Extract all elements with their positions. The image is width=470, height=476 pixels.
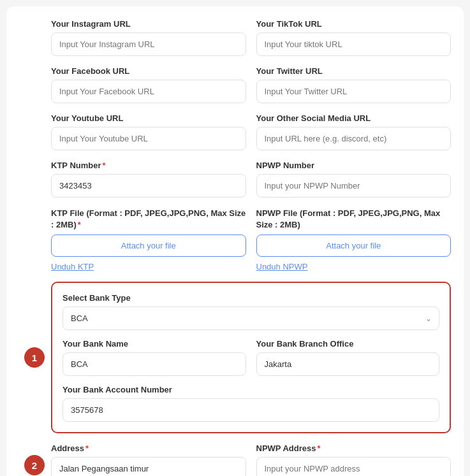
bank-type-label: Select Bank Type: [62, 293, 439, 303]
other-social-label: Your Other Social Media URL: [256, 113, 452, 123]
ktp-number-label: KTP Number*: [51, 161, 246, 170]
twitter-label: Your Twitter URL: [256, 66, 452, 76]
step-2-badge: 2: [24, 455, 45, 475]
ktp-number-input[interactable]: [51, 174, 246, 198]
bank-type-select[interactable]: BCA BNI BRI Mandiri CIMB: [62, 307, 439, 330]
other-social-input[interactable]: [256, 127, 452, 150]
bank-name-input[interactable]: [62, 352, 246, 376]
bank-branch-label: Your Bank Branch Office: [256, 339, 440, 349]
npwp-address-input[interactable]: [256, 457, 452, 476]
ktp-file-label: KTP File (Format : PDF, JPEG,JPG,PNG, Ma…: [51, 208, 246, 231]
npwp-attach-button[interactable]: Attach your file: [256, 234, 452, 257]
youtube-input[interactable]: [51, 127, 246, 150]
npwp-number-input[interactable]: [256, 174, 452, 198]
address-input[interactable]: [51, 457, 246, 476]
bank-branch-input[interactable]: [256, 352, 440, 376]
instagram-label: Your Instagram URL: [51, 19, 246, 29]
instagram-input[interactable]: [51, 32, 246, 56]
address-label: Address*: [51, 444, 246, 453]
bank-name-label: Your Bank Name: [62, 339, 246, 349]
bank-section: Select Bank Type BCA BNI BRI Mandiri CIM…: [51, 282, 451, 433]
ktp-unduh-link[interactable]: Unduh KTP: [51, 262, 246, 271]
step-1-badge: 1: [24, 347, 45, 368]
youtube-label: Your Youtube URL: [51, 113, 246, 123]
facebook-input[interactable]: [51, 80, 246, 103]
npwp-number-label: NPWP Number: [256, 161, 452, 170]
bank-account-input[interactable]: [62, 398, 439, 422]
bank-account-label: Your Bank Account Number: [62, 385, 439, 394]
facebook-label: Your Facebook URL: [51, 66, 246, 76]
twitter-input[interactable]: [256, 80, 452, 103]
tiktok-input[interactable]: [256, 32, 452, 56]
npwp-file-label: NPWP File (Format : PDF, JPEG,JPG,PNG, M…: [256, 208, 452, 231]
tiktok-label: Your TikTok URL: [256, 19, 452, 29]
npwp-unduh-link[interactable]: Unduh NPWP: [256, 262, 452, 271]
ktp-attach-button[interactable]: Attach your file: [51, 234, 246, 257]
npwp-address-label: NPWP Address*: [256, 444, 452, 453]
